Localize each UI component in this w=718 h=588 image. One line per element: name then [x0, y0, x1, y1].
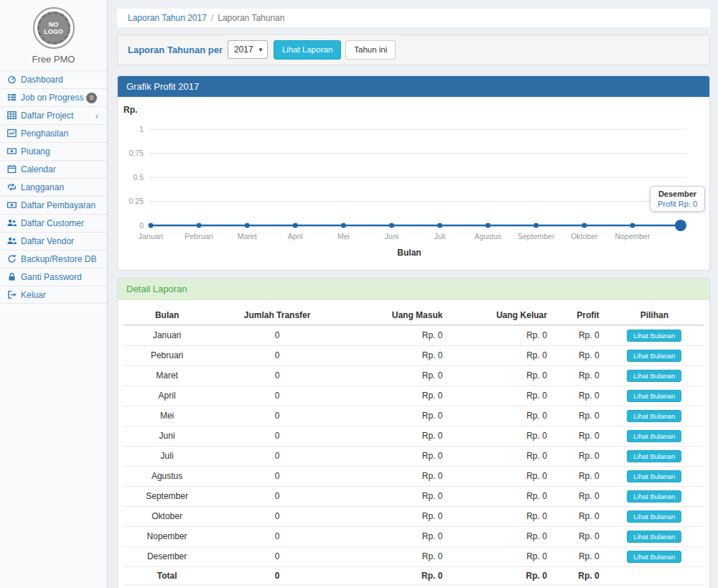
- table-cell: 0: [210, 406, 344, 426]
- chevron-left-icon: ‹: [95, 111, 98, 121]
- table-cell: 0: [210, 365, 344, 386]
- sidebar-item-penghasilan[interactable]: Penghasilan: [0, 124, 107, 142]
- table-cell-action: Lihat Bulanan: [605, 386, 704, 406]
- table-cell: 0: [210, 506, 344, 526]
- sidebar-item-job-on-progress[interactable]: Job on Progress0: [0, 88, 107, 106]
- money-icon: [7, 146, 17, 157]
- table-cell-action: Lihat Bulanan: [605, 526, 704, 546]
- data-point: [293, 223, 298, 228]
- sidebar-item-label: Daftar Vendor: [21, 236, 101, 246]
- lihat-bulanan-button[interactable]: Lihat Bulanan: [627, 490, 681, 503]
- table-cell: 0: [210, 526, 344, 546]
- sidebar-item-calendar[interactable]: Calendar: [0, 160, 107, 178]
- users-icon: [7, 236, 17, 246]
- sidebar-item-daftar-customer[interactable]: Daftar Customer: [0, 214, 107, 232]
- no-logo-seal: NO LOGO: [37, 11, 70, 45]
- table-cell: Rp. 0: [344, 506, 448, 526]
- table-cell: 0: [210, 345, 344, 365]
- sidebar-item-daftar-pembayaran[interactable]: Daftar Pembayaran: [0, 196, 107, 214]
- table-cell: Rp. 0: [553, 466, 605, 486]
- sidebar-item-ganti-password[interactable]: Ganti Password: [0, 268, 107, 286]
- content: Laporan Tahun 2017/Laporan Tahunan Lapor…: [108, 0, 718, 588]
- sidebar-item-piutang[interactable]: Piutang: [0, 142, 107, 160]
- x-tick-label: Oktober: [571, 232, 598, 241]
- sidebar-item-label: Daftar Customer: [21, 218, 101, 228]
- sidebar-item-backup-restore-db[interactable]: Backup/Restore DB: [0, 250, 107, 268]
- money-icon: [7, 200, 17, 210]
- data-point: [533, 223, 538, 228]
- table-row: Nopember0Rp. 0Rp. 0Rp. 0Lihat Bulanan: [123, 526, 704, 546]
- detail-panel: Detail Laporan BulanJumlah TransferUang …: [117, 278, 710, 588]
- lihat-bulanan-button[interactable]: Lihat Bulanan: [627, 330, 681, 342]
- total-cell: Total: [123, 566, 210, 584]
- table-cell: Rp. 0: [448, 365, 552, 386]
- table-cell: 0: [210, 426, 344, 446]
- data-point: [149, 223, 154, 228]
- table-header-row: BulanJumlah TransferUang MasukUang Kelua…: [123, 306, 704, 325]
- data-point: [389, 223, 394, 228]
- table-cell: Desember: [123, 546, 210, 566]
- logo-box: NO LOGO Free PMO: [0, 0, 107, 70]
- sidebar-item-label: Penghasilan: [21, 129, 101, 139]
- table-row: September0Rp. 0Rp. 0Rp. 0Lihat Bulanan: [123, 486, 704, 506]
- table-cell: Rp. 0: [344, 446, 448, 466]
- table-cell-action: Lihat Bulanan: [605, 345, 704, 365]
- main-row: NO LOGO Free PMO DashboardJob on Progres…: [0, 0, 718, 588]
- lihat-bulanan-button[interactable]: Lihat Bulanan: [627, 470, 681, 482]
- table-cell-action: Lihat Bulanan: [605, 486, 704, 506]
- column-header: Profit: [553, 306, 605, 325]
- tahun-ini-button[interactable]: Tahun ini: [345, 40, 396, 60]
- lihat-bulanan-button[interactable]: Lihat Bulanan: [627, 410, 681, 422]
- lock-icon: [7, 272, 17, 282]
- x-tick-label: Juli: [434, 232, 446, 241]
- app-logo: NO LOGO: [33, 7, 75, 49]
- sidebar-item-daftar-vendor[interactable]: Daftar Vendor: [0, 232, 107, 250]
- lihat-bulanan-button[interactable]: Lihat Bulanan: [627, 531, 681, 543]
- year-select[interactable]: 2017 ▼: [228, 40, 268, 59]
- table-cell: Pebruari: [123, 345, 210, 365]
- lihat-bulanan-button[interactable]: Lihat Bulanan: [627, 370, 681, 382]
- table-cell: 0: [210, 466, 344, 486]
- table-cell-action: Lihat Bulanan: [605, 466, 704, 486]
- y-tick-label: 1: [139, 124, 144, 133]
- sidebar-item-label: Daftar Project: [21, 111, 95, 121]
- lihat-bulanan-button[interactable]: Lihat Bulanan: [627, 551, 681, 563]
- sidebar-item-label: Job on Progress: [21, 93, 86, 103]
- table-cell: Rp. 0: [344, 486, 448, 506]
- total-cell-empty: [605, 566, 704, 584]
- table-cell: Maret: [123, 365, 210, 386]
- table-cell: Rp. 0: [448, 466, 552, 486]
- lihat-bulanan-button[interactable]: Lihat Bulanan: [627, 390, 681, 402]
- table-cell: Rp. 0: [448, 406, 552, 426]
- lihat-bulanan-button[interactable]: Lihat Bulanan: [627, 510, 681, 523]
- breadcrumb-link-laporan-tahun[interactable]: Laporan Tahun 2017: [128, 13, 207, 23]
- table-cell: Nopember: [123, 526, 210, 546]
- table-row: Juli0Rp. 0Rp. 0Rp. 0Lihat Bulanan: [123, 446, 704, 466]
- table-cell: Rp. 0: [448, 426, 552, 446]
- sidebar-item-langganan[interactable]: Langganan: [0, 178, 107, 196]
- sidebar-item-dashboard[interactable]: Dashboard: [0, 70, 107, 88]
- table-cell: Rp. 0: [553, 486, 605, 506]
- table-row: April0Rp. 0Rp. 0Rp. 0Lihat Bulanan: [123, 386, 704, 406]
- chart-panel-title: Grafik Profit 2017: [118, 76, 709, 97]
- y-tick-label: 0.75: [129, 149, 144, 157]
- line-chart-icon: [7, 129, 17, 139]
- column-header: Bulan: [123, 306, 210, 325]
- sidebar-item-daftar-project[interactable]: Daftar Project‹: [0, 106, 107, 124]
- table-row: Pebruari0Rp. 0Rp. 0Rp. 0Lihat Bulanan: [123, 345, 704, 365]
- sidebar-item-label: Daftar Pembayaran: [21, 200, 101, 210]
- sidebar-item-keluar[interactable]: Keluar: [0, 286, 107, 304]
- sidebar-item-label: Calendar: [21, 164, 101, 174]
- calendar-icon: [7, 164, 17, 174]
- lihat-bulanan-button[interactable]: Lihat Bulanan: [627, 350, 681, 362]
- table-cell-action: Lihat Bulanan: [605, 406, 704, 426]
- profit-chart: Rp.10.750.50.250JanuariPebruariMaretApri…: [118, 97, 709, 270]
- table-cell: Rp. 0: [344, 325, 448, 346]
- data-point: [245, 223, 250, 228]
- lihat-bulanan-button[interactable]: Lihat Bulanan: [627, 450, 681, 462]
- table-cell: Rp. 0: [553, 526, 605, 546]
- lihat-bulanan-button[interactable]: Lihat Bulanan: [627, 430, 681, 442]
- lihat-laporan-button[interactable]: Lihat Laporan: [274, 40, 341, 60]
- year-select-value: 2017: [234, 45, 253, 55]
- table-cell: Rp. 0: [448, 546, 552, 566]
